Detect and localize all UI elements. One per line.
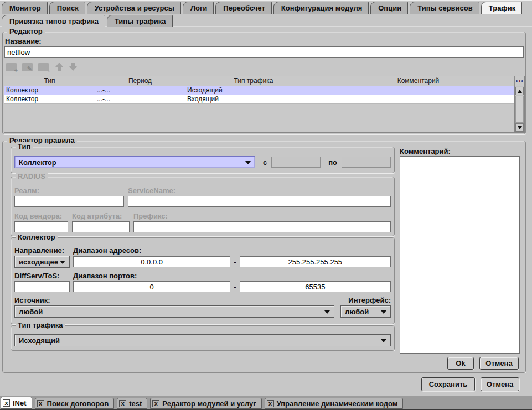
footer-cancel-button[interactable]: Отмена	[481, 377, 519, 391]
app-window: Монитор Поиск Устройства и ресурсы Логи …	[0, 0, 532, 410]
port-from-input[interactable]	[73, 281, 230, 292]
add-icon: +	[14, 68, 18, 74]
type-group: Тип Коллектор с по	[11, 147, 395, 173]
delete-rule-button[interactable]: -	[38, 63, 49, 71]
delete-icon: -	[48, 68, 50, 74]
main-tab-bar: Монитор Поиск Устройства и ресурсы Логи …	[2, 2, 522, 14]
port-to-input[interactable]	[240, 281, 391, 292]
period-from-input[interactable]	[271, 157, 321, 168]
attribute-code-input[interactable]	[72, 221, 130, 232]
bottom-tab-contract-search[interactable]: x Поиск договоров	[35, 398, 115, 409]
address-to-input[interactable]	[240, 256, 391, 267]
bottom-tab-module-service-editor[interactable]: x Редактор модулей и услуг	[150, 398, 261, 409]
column-settings-icon-dot	[521, 80, 523, 82]
service-name-label: ServiceName:	[128, 186, 391, 195]
tab-traffic-type-binding[interactable]: Привязка типов трафика	[2, 15, 105, 27]
bottom-tab-inet[interactable]: x INet	[1, 397, 32, 409]
tab-monitor[interactable]: Монитор	[2, 2, 48, 14]
traffic-type-select[interactable]: Исходящий	[14, 334, 391, 346]
realm-input[interactable]	[14, 196, 124, 207]
column-settings-icon-dot	[519, 80, 520, 82]
close-icon[interactable]: x	[37, 400, 44, 407]
vendor-code-input[interactable]	[14, 221, 68, 232]
tab-module-config[interactable]: Конфигурация модуля	[273, 2, 369, 14]
address-from-input[interactable]	[73, 256, 230, 267]
tab-options[interactable]: Опции	[370, 2, 408, 14]
tab-logs[interactable]: Логи	[183, 2, 214, 14]
cell-type: Коллектор	[4, 95, 95, 103]
column-header-type[interactable]: Тип	[4, 76, 95, 86]
comment-textarea[interactable]	[400, 156, 520, 354]
prefix-input[interactable]	[133, 221, 391, 232]
column-settings-button[interactable]	[514, 76, 524, 86]
table-scrollbar[interactable]	[514, 86, 524, 132]
rules-table-body: Коллектор ...-... Исходящий Коллектор ..…	[4, 86, 514, 132]
collector-fields-row-1: исходящее -	[11, 256, 394, 268]
realm-label: Реалм:	[14, 186, 124, 195]
rules-table-header: Тип Период Тип трафика Комментарий	[4, 76, 524, 86]
chevron-down-icon	[381, 310, 386, 314]
chevron-down-icon	[60, 261, 65, 264]
scroll-down-button[interactable]	[515, 123, 524, 132]
move-up-button[interactable]	[55, 63, 63, 71]
rule-cancel-button[interactable]: Отмена	[479, 357, 519, 370]
tab-search[interactable]: Поиск	[49, 2, 85, 14]
direction-select-value: исходящее	[19, 258, 58, 266]
rule-editor-group: Редактор правила Тип Коллектор с по RADI…	[2, 141, 526, 373]
close-icon[interactable]: x	[119, 400, 126, 407]
chevron-down-icon	[245, 161, 251, 164]
table-row[interactable]: Коллектор ...-... Исходящий	[4, 86, 514, 95]
direction-select[interactable]: исходящее	[14, 256, 70, 268]
radius-group-title: RADIUS	[16, 172, 48, 181]
edit-rule-button[interactable]: ✎	[22, 63, 33, 71]
cell-period: ...-...	[95, 95, 185, 103]
tab-devices-resources[interactable]: Устройства и ресурсы	[87, 2, 181, 14]
service-name-input[interactable]	[128, 196, 391, 207]
type-select-value: Коллектор	[19, 158, 56, 167]
move-down-button[interactable]	[69, 63, 77, 71]
table-toolbar: + ✎ -	[6, 63, 77, 71]
add-rule-button[interactable]: +	[6, 63, 17, 71]
radius-fields-row-1	[11, 196, 394, 207]
port-range-label: Диапазон портов:	[73, 272, 137, 280]
bottom-tab-label: Редактор модулей и услуг	[162, 399, 256, 408]
period-to-input[interactable]	[342, 157, 391, 168]
interface-select[interactable]: любой	[340, 305, 391, 318]
tab-traffic-types[interactable]: Типы трафика	[107, 15, 173, 27]
name-input[interactable]	[4, 46, 524, 58]
radius-group: RADIUS Реалм: ServiceName: Код вендора: …	[11, 177, 395, 236]
tab-service-types[interactable]: Типы сервисов	[410, 2, 479, 14]
scrollbar-track[interactable]	[515, 96, 524, 123]
chevron-down-icon	[324, 310, 330, 314]
diffserv-input[interactable]	[14, 281, 70, 292]
radius-fields-row-2	[11, 221, 394, 232]
traffic-type-group: Тип трафика Исходящий	[11, 325, 395, 351]
interface-label: Интерфейс:	[348, 296, 391, 304]
column-header-comment[interactable]: Комментарий	[322, 76, 514, 86]
range-separator: -	[234, 258, 236, 266]
source-select-value: любой	[19, 308, 43, 316]
bottom-tab-test[interactable]: x test	[117, 398, 147, 409]
footer-buttons: Сохранить Отмена	[0, 377, 519, 391]
bottom-tab-label: Поиск договоров	[47, 399, 109, 408]
bottom-tab-dynamic-code[interactable]: x Управление динамическим кодом	[265, 398, 404, 409]
scroll-up-button[interactable]	[515, 87, 524, 95]
close-icon[interactable]: x	[152, 400, 159, 407]
radius-labels-row-2: Код вендора: Код атрибута: Префикс:	[11, 212, 394, 220]
save-button[interactable]: Сохранить	[421, 377, 475, 391]
close-icon[interactable]: x	[3, 399, 10, 407]
table-row[interactable]: Коллектор ...-... Входящий	[4, 95, 514, 104]
cell-traffic-type: Исходящий	[185, 86, 322, 95]
column-header-period[interactable]: Период	[95, 76, 185, 86]
tab-traffic[interactable]: Трафик	[481, 2, 523, 14]
address-range-label: Диапазон адресов:	[73, 246, 141, 255]
source-select[interactable]: любой	[14, 305, 334, 318]
traffic-type-group-title: Тип трафика	[16, 321, 65, 330]
type-select[interactable]: Коллектор	[14, 156, 255, 168]
close-icon[interactable]: x	[267, 400, 274, 407]
ok-button[interactable]: Ok	[447, 357, 474, 370]
editor-group-title: Редактор	[7, 27, 45, 36]
column-header-traffic-type[interactable]: Тип трафика	[185, 76, 322, 86]
tab-recalculation[interactable]: Переобсчет	[215, 2, 271, 14]
editor-group: Редактор Название: + ✎ - Тип	[2, 32, 526, 134]
